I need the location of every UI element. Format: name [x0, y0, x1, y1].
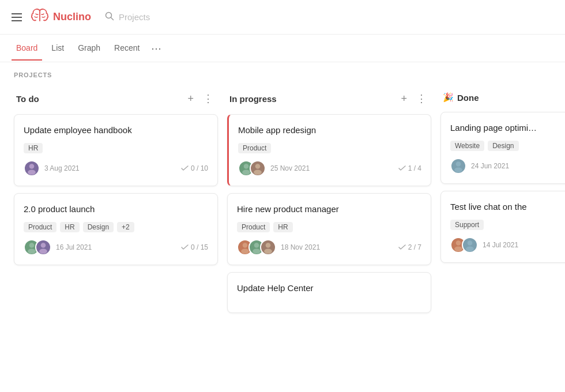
- tag-hr: HR: [60, 222, 79, 232]
- add-inprogress-button[interactable]: +: [398, 92, 409, 105]
- column-header-inprogress: In progress + ⋮: [227, 88, 431, 110]
- card-title: Hire new product manager: [237, 203, 421, 215]
- column-todo: To do + ⋮ Update employee handbook HR: [9, 88, 223, 380]
- tag-product: Product: [24, 222, 56, 232]
- card-footer-left: 16 Jul 2021: [24, 239, 92, 255]
- tab-board[interactable]: Board: [12, 36, 42, 61]
- search-icon: [105, 12, 114, 23]
- card-test-live-chat[interactable]: Test live chat on the Support 14 Jul 202…: [440, 191, 565, 263]
- card-progress: 1 / 4: [398, 164, 421, 172]
- tag-design: Design: [488, 141, 518, 151]
- card-update-employee-handbook[interactable]: Update employee handbook HR 3 Aug 2021 0…: [14, 114, 218, 186]
- tag-website: Website: [450, 141, 484, 151]
- svg-point-16: [266, 243, 271, 248]
- card-date: 3 Aug 2021: [44, 164, 80, 172]
- svg-point-9: [242, 170, 250, 175]
- tag-hr: HR: [24, 143, 43, 153]
- card-mobile-app-redesign[interactable]: Mobile app redesign Product 25 Nov 2021: [227, 114, 431, 186]
- card-title: Mobile app redesign: [238, 124, 421, 136]
- svg-point-21: [454, 247, 462, 252]
- done-emoji: 🎉: [443, 92, 454, 103]
- card-footer: 14 Jul 2021: [450, 237, 565, 253]
- card-update-help-center[interactable]: Update Help Center: [227, 272, 431, 313]
- column-actions-todo: + ⋮: [185, 92, 216, 105]
- card-footer-left: 25 Nov 2021: [238, 160, 310, 176]
- card-avatars: [238, 160, 266, 176]
- card-tags: HR: [24, 143, 208, 153]
- search-area[interactable]: Projects: [105, 12, 150, 23]
- card-footer: 3 Aug 2021 0 / 10: [24, 160, 208, 176]
- card-title: 2.0 product launch: [24, 203, 208, 215]
- avatar: [260, 239, 276, 255]
- svg-point-10: [255, 164, 261, 169]
- tab-list[interactable]: List: [47, 36, 69, 61]
- card-product-launch[interactable]: 2.0 product launch Product HR Design +2: [14, 193, 218, 265]
- card-footer-left: 18 Nov 2021: [237, 239, 320, 255]
- hamburger-menu[interactable]: [12, 13, 22, 21]
- avatar: [35, 239, 51, 255]
- svg-point-17: [264, 249, 272, 254]
- svg-point-15: [253, 249, 261, 254]
- card-date: 14 Jul 2021: [483, 241, 518, 249]
- svg-point-23: [466, 247, 474, 252]
- card-title: Update Help Center: [237, 282, 421, 294]
- card-tags: Product: [238, 143, 421, 153]
- svg-point-19: [454, 168, 462, 173]
- svg-point-12: [243, 243, 248, 248]
- card-date: 24 Jun 2021: [471, 162, 509, 170]
- inprogress-more-button[interactable]: ⋮: [414, 92, 429, 105]
- card-avatars: [450, 158, 466, 174]
- card-avatars: [24, 160, 40, 176]
- avatar: [24, 160, 40, 176]
- svg-point-6: [41, 243, 46, 248]
- tag-product: Product: [237, 222, 270, 232]
- card-tags: Website Design: [450, 141, 565, 151]
- column-title-done: 🎉 Done: [443, 92, 479, 103]
- column-actions-inprogress: + ⋮: [398, 92, 429, 105]
- svg-point-4: [29, 243, 35, 248]
- svg-point-20: [456, 240, 461, 246]
- svg-point-11: [254, 170, 262, 175]
- nav-tabs: Board List Graph Recent ⋯: [0, 35, 565, 62]
- svg-point-5: [28, 249, 36, 254]
- svg-point-13: [241, 249, 249, 254]
- card-title: Update employee handbook: [24, 124, 208, 136]
- card-footer-left: 24 Jun 2021: [450, 158, 509, 174]
- card-date: 25 Nov 2021: [270, 164, 310, 172]
- card-footer: 24 Jun 2021: [450, 158, 565, 174]
- logo-text: Nuclino: [53, 11, 91, 23]
- card-hire-product-manager[interactable]: Hire new product manager Product HR: [227, 193, 431, 265]
- board-container: To do + ⋮ Update employee handbook HR: [0, 83, 565, 385]
- svg-point-7: [39, 249, 47, 254]
- card-tags: Product HR Design +2: [24, 222, 208, 232]
- card-progress: 2 / 7: [398, 243, 421, 251]
- column-header-todo: To do + ⋮: [14, 88, 218, 110]
- card-footer-left: 14 Jul 2021: [450, 237, 518, 253]
- column-inprogress: In progress + ⋮ Mobile app redesign Prod…: [223, 88, 436, 380]
- card-footer: 16 Jul 2021 0 / 15: [24, 239, 208, 255]
- svg-point-3: [28, 170, 36, 175]
- tag-more: +2: [117, 222, 134, 232]
- tab-graph[interactable]: Graph: [73, 36, 105, 61]
- card-tags: Product HR: [237, 222, 421, 232]
- card-landing-page[interactable]: Landing page optimi… Website Design 24 J…: [440, 112, 565, 184]
- card-avatars: [237, 239, 276, 255]
- avatar: [250, 160, 266, 176]
- logo-area: Nuclino: [31, 8, 91, 27]
- card-date: 18 Nov 2021: [281, 243, 320, 251]
- tab-recent[interactable]: Recent: [110, 36, 144, 61]
- add-todo-button[interactable]: +: [185, 92, 196, 105]
- column-header-done: 🎉 Done: [440, 88, 565, 107]
- column-title-inprogress: In progress: [229, 94, 277, 104]
- svg-line-1: [111, 17, 114, 20]
- card-date: 16 Jul 2021: [56, 243, 92, 251]
- app-header: Nuclino Projects: [0, 0, 565, 35]
- tag-design: Design: [83, 222, 114, 232]
- todo-more-button[interactable]: ⋮: [201, 92, 216, 105]
- logo-icon: [31, 8, 48, 27]
- more-options-button[interactable]: ⋯: [151, 42, 161, 55]
- projects-section-label: PROJECTS: [0, 62, 565, 83]
- card-title: Landing page optimi…: [450, 122, 565, 134]
- svg-point-18: [456, 161, 461, 167]
- svg-point-22: [468, 240, 473, 246]
